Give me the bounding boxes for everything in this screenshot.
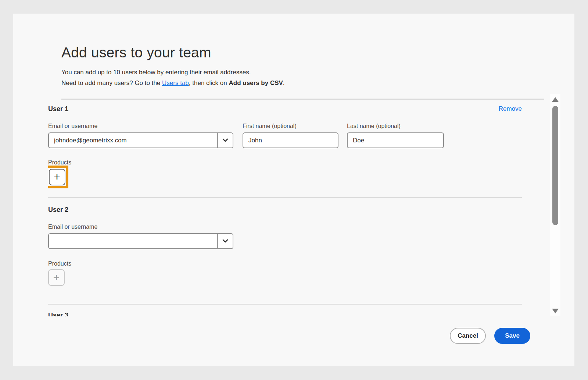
intro-text-line1: You can add up to 10 users below by ente… — [61, 69, 251, 76]
user-2-email-label: Email or username — [48, 224, 97, 230]
user-1-heading: User 1 — [48, 105, 68, 113]
user-1-first-name-label: First name (optional) — [243, 123, 297, 129]
user-section-divider — [48, 197, 522, 198]
user-1-last-name-label: Last name (optional) — [347, 123, 401, 129]
user-1-add-product-button[interactable]: + — [49, 169, 65, 185]
user-1-email-label: Email or username — [48, 123, 97, 129]
save-button[interactable]: Save — [494, 328, 530, 344]
scroll-down-icon[interactable] — [552, 309, 559, 313]
user-2-products-label: Products — [48, 260, 71, 267]
user-1-last-name-input[interactable] — [347, 132, 444, 148]
user-2-heading: User 2 — [48, 206, 68, 214]
chevron-down-icon — [222, 238, 228, 244]
user-3-heading: User 3 — [48, 311, 68, 316]
click-target-highlight: + — [48, 166, 68, 188]
scroll-up-icon[interactable] — [552, 97, 559, 102]
remove-user-1-link[interactable]: Remove — [499, 105, 522, 113]
cancel-button[interactable]: Cancel — [450, 328, 486, 344]
intro-text-prefix: Need to add many users? Go to the — [61, 79, 162, 86]
page-title: Add users to your team — [61, 45, 211, 61]
chevron-down-icon — [222, 138, 228, 143]
user-1-products-label: Products — [48, 159, 71, 166]
users-scroll-area: User 1 Remove Email or username First na… — [48, 93, 522, 316]
user-2-email-input[interactable] — [49, 234, 217, 248]
user-1-email-dropdown-button[interactable] — [217, 133, 233, 148]
users-tab-link[interactable]: Users tab — [162, 79, 189, 86]
add-users-by-csv-text: Add users by CSV — [229, 79, 283, 86]
user-1-email-combobox — [48, 132, 233, 148]
intro-text-line2: Need to add many users? Go to the Users … — [61, 79, 285, 87]
plus-icon: + — [54, 171, 60, 182]
user-section-divider — [48, 304, 522, 305]
intro-text-suffix: . — [283, 79, 285, 86]
user-1-email-input[interactable] — [49, 133, 217, 148]
plus-icon: + — [53, 272, 60, 283]
scrollbar-thumb[interactable] — [552, 106, 558, 225]
intro-text-mid: , then click on — [189, 79, 229, 86]
user-1-first-name-input[interactable] — [243, 132, 338, 148]
user-2-add-product-button[interactable]: + — [48, 269, 65, 286]
user-2-email-dropdown-button[interactable] — [217, 234, 233, 248]
user-2-email-combobox — [48, 233, 233, 249]
